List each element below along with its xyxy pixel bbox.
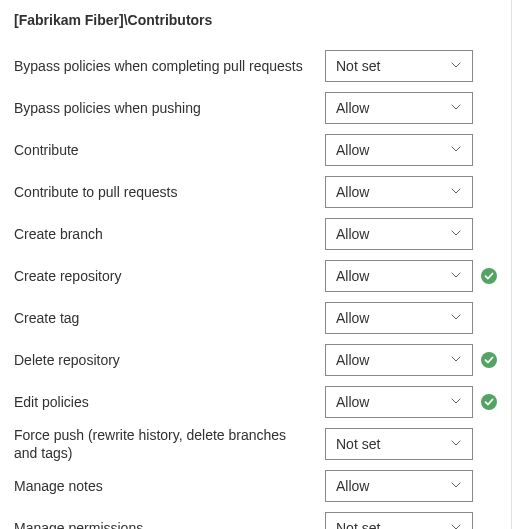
svg-point-1	[481, 352, 497, 368]
permission-select[interactable]: Allow	[325, 344, 473, 376]
permission-row: Edit policiesAllow	[14, 382, 501, 422]
check-circle-icon	[481, 352, 497, 368]
permission-label: Force push (rewrite history, delete bran…	[14, 426, 325, 462]
permission-label: Create tag	[14, 309, 325, 327]
permission-row: Bypass policies when pushingAllow	[14, 88, 501, 128]
permission-value: Not set	[336, 58, 380, 74]
permission-select[interactable]: Allow	[325, 176, 473, 208]
panel-title: [Fabrikam Fiber]\Contributors	[14, 12, 501, 28]
permission-label: Create repository	[14, 267, 325, 285]
permission-value: Allow	[336, 478, 369, 494]
permission-value: Allow	[336, 142, 369, 158]
permission-control: Allow	[325, 218, 473, 250]
permission-select[interactable]: Not set	[325, 512, 473, 529]
permission-value: Allow	[336, 184, 369, 200]
permission-control: Allow	[325, 260, 473, 292]
permission-label: Contribute to pull requests	[14, 183, 325, 201]
permission-control: Allow	[325, 92, 473, 124]
permission-row: Create repositoryAllow	[14, 256, 501, 296]
permission-select[interactable]: Not set	[325, 428, 473, 460]
permission-status	[477, 394, 501, 410]
permission-row: Contribute to pull requestsAllow	[14, 172, 501, 212]
chevron-down-icon	[450, 478, 462, 494]
permission-row: Create tagAllow	[14, 298, 501, 338]
permission-label: Edit policies	[14, 393, 325, 411]
permission-select[interactable]: Allow	[325, 92, 473, 124]
permission-row: Manage notesAllow	[14, 466, 501, 506]
permission-control: Not set	[325, 428, 473, 460]
permission-select[interactable]: Allow	[325, 386, 473, 418]
chevron-down-icon	[450, 100, 462, 116]
permission-label: Bypass policies when completing pull req…	[14, 57, 325, 75]
permission-select[interactable]: Allow	[325, 218, 473, 250]
permissions-list: Bypass policies when completing pull req…	[14, 46, 501, 529]
permission-value: Allow	[336, 226, 369, 242]
permission-control: Allow	[325, 134, 473, 166]
permission-control: Allow	[325, 176, 473, 208]
permission-select[interactable]: Allow	[325, 302, 473, 334]
permission-row: Manage permissionsNot set	[14, 508, 501, 529]
svg-point-0	[481, 268, 497, 284]
permission-control: Allow	[325, 344, 473, 376]
permission-value: Allow	[336, 352, 369, 368]
permission-value: Allow	[336, 310, 369, 326]
permission-control: Allow	[325, 470, 473, 502]
chevron-down-icon	[450, 58, 462, 74]
permission-control: Allow	[325, 386, 473, 418]
chevron-down-icon	[450, 520, 462, 529]
chevron-down-icon	[450, 394, 462, 410]
permission-label: Contribute	[14, 141, 325, 159]
permission-control: Not set	[325, 50, 473, 82]
permission-row: Force push (rewrite history, delete bran…	[14, 424, 501, 464]
permission-control: Not set	[325, 512, 473, 529]
permissions-panel: [Fabrikam Fiber]\Contributors Bypass pol…	[0, 0, 512, 529]
permission-label: Manage permissions	[14, 519, 325, 529]
permission-select[interactable]: Allow	[325, 470, 473, 502]
chevron-down-icon	[450, 310, 462, 326]
permission-control: Allow	[325, 302, 473, 334]
permission-label: Bypass policies when pushing	[14, 99, 325, 117]
chevron-down-icon	[450, 142, 462, 158]
permission-value: Not set	[336, 520, 380, 529]
chevron-down-icon	[450, 436, 462, 452]
chevron-down-icon	[450, 352, 462, 368]
permission-value: Allow	[336, 100, 369, 116]
check-circle-icon	[481, 394, 497, 410]
permission-row: Create branchAllow	[14, 214, 501, 254]
permission-select[interactable]: Allow	[325, 134, 473, 166]
permission-status	[477, 352, 501, 368]
permission-select[interactable]: Not set	[325, 50, 473, 82]
permission-row: Bypass policies when completing pull req…	[14, 46, 501, 86]
permission-value: Allow	[336, 394, 369, 410]
permission-value: Allow	[336, 268, 369, 284]
chevron-down-icon	[450, 226, 462, 242]
check-circle-icon	[481, 268, 497, 284]
permission-value: Not set	[336, 436, 380, 452]
permission-select[interactable]: Allow	[325, 260, 473, 292]
permission-label: Delete repository	[14, 351, 325, 369]
permission-row: Delete repositoryAllow	[14, 340, 501, 380]
svg-point-2	[481, 394, 497, 410]
permission-label: Create branch	[14, 225, 325, 243]
permission-status	[477, 268, 501, 284]
permission-row: ContributeAllow	[14, 130, 501, 170]
permission-label: Manage notes	[14, 477, 325, 495]
chevron-down-icon	[450, 184, 462, 200]
chevron-down-icon	[450, 268, 462, 284]
